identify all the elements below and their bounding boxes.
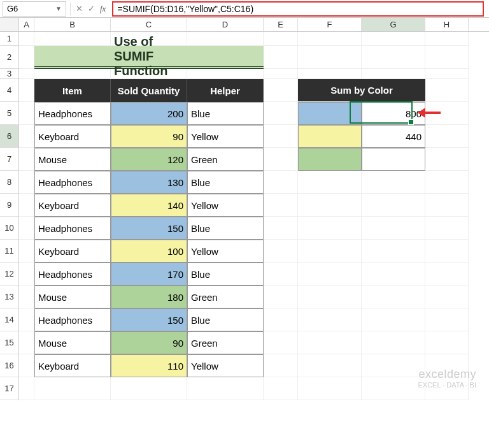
cell-A3[interactable] xyxy=(19,69,34,79)
cell-E17[interactable] xyxy=(264,377,298,400)
cell-H12[interactable] xyxy=(425,263,469,285)
cell-C13[interactable]: 180 xyxy=(111,285,187,308)
cell-F9[interactable] xyxy=(298,194,362,217)
cell-H17[interactable] xyxy=(425,377,469,400)
cell-A4[interactable] xyxy=(19,79,34,102)
cell-E4[interactable] xyxy=(264,79,298,102)
cell-A16[interactable] xyxy=(19,354,34,377)
cell-C17[interactable] xyxy=(111,377,187,400)
cell-D13[interactable]: Green xyxy=(187,285,264,308)
cell-B9[interactable]: Keyboard xyxy=(34,194,111,217)
row-header[interactable]: 14 xyxy=(0,308,19,331)
row-header[interactable]: 6 xyxy=(0,125,19,148)
cell-D12[interactable]: Blue xyxy=(187,263,264,285)
cell-G1[interactable] xyxy=(362,32,425,46)
cell-E11[interactable] xyxy=(264,240,298,263)
cell-E6[interactable] xyxy=(264,125,298,148)
cell-B11[interactable]: Keyboard xyxy=(34,240,111,263)
cell-D4[interactable]: Helper xyxy=(187,79,264,102)
cell-D17[interactable] xyxy=(187,377,264,400)
name-box[interactable]: G6 ▼ xyxy=(3,1,66,17)
cell-E12[interactable] xyxy=(264,263,298,285)
row-header[interactable]: 10 xyxy=(0,217,19,240)
col-header-e[interactable]: E xyxy=(264,18,298,31)
cell-D8[interactable]: Blue xyxy=(187,171,264,194)
cell-D9[interactable]: Yellow xyxy=(187,194,264,217)
cell-A13[interactable] xyxy=(19,285,34,308)
cell-A6[interactable] xyxy=(19,125,34,148)
row-header[interactable]: 3 xyxy=(0,69,19,79)
cell-A12[interactable] xyxy=(19,263,34,285)
cell-E7[interactable] xyxy=(264,148,298,171)
row-header[interactable]: 12 xyxy=(0,263,19,285)
cell-F14[interactable] xyxy=(298,308,362,331)
row-header[interactable]: 4 xyxy=(0,79,19,102)
cell-A10[interactable] xyxy=(19,217,34,240)
cell-C16[interactable]: 110 xyxy=(111,354,187,377)
cell-C15[interactable]: 90 xyxy=(111,331,187,354)
cell-A17[interactable] xyxy=(19,377,34,400)
cell-A15[interactable] xyxy=(19,331,34,354)
chevron-down-icon[interactable]: ▼ xyxy=(55,5,62,12)
cell-F6[interactable] xyxy=(298,125,362,148)
cell-B4[interactable]: Item xyxy=(34,79,111,102)
row-header[interactable]: 13 xyxy=(0,285,19,308)
cell-B10[interactable]: Headphones xyxy=(34,217,111,240)
cell-H3[interactable] xyxy=(425,69,469,79)
accept-icon[interactable]: ✓ xyxy=(88,4,95,13)
cell-G6[interactable]: 440 xyxy=(362,125,425,148)
row-header[interactable]: 15 xyxy=(0,331,19,354)
cell-A7[interactable] xyxy=(19,148,34,171)
cell-D10[interactable]: Blue xyxy=(187,217,264,240)
cancel-icon[interactable]: ✕ xyxy=(76,4,83,13)
cell-G16[interactable] xyxy=(362,354,425,377)
col-header-f[interactable]: F xyxy=(298,18,362,31)
cell-C8[interactable]: 130 xyxy=(111,171,187,194)
cell-G11[interactable] xyxy=(362,240,425,263)
cell-C11[interactable]: 100 xyxy=(111,240,187,263)
fx-icon[interactable]: fx xyxy=(100,4,106,14)
row-header[interactable]: 9 xyxy=(0,194,19,217)
cell-F16[interactable] xyxy=(298,354,362,377)
cell-F15[interactable] xyxy=(298,331,362,354)
cell-E15[interactable] xyxy=(264,331,298,354)
cell-B1[interactable] xyxy=(34,32,111,46)
cell-H15[interactable] xyxy=(425,331,469,354)
cell-F3[interactable] xyxy=(298,69,362,79)
cell-G17[interactable] xyxy=(362,377,425,400)
cell-C14[interactable]: 150 xyxy=(111,308,187,331)
row-header[interactable]: 1 xyxy=(0,32,19,46)
cell-B2[interactable] xyxy=(34,46,111,69)
cell-B16[interactable]: Keyboard xyxy=(34,354,111,377)
row-header[interactable]: 17 xyxy=(0,377,19,400)
cell-F8[interactable] xyxy=(298,171,362,194)
cell-B8[interactable]: Headphones xyxy=(34,171,111,194)
cell-H10[interactable] xyxy=(425,217,469,240)
cell-G12[interactable] xyxy=(362,263,425,285)
cell-D15[interactable]: Green xyxy=(187,331,264,354)
cell-D14[interactable]: Blue xyxy=(187,308,264,331)
cell-F12[interactable] xyxy=(298,263,362,285)
cell-H2[interactable] xyxy=(425,46,469,69)
cell-E1[interactable] xyxy=(264,32,298,46)
cell-A2[interactable] xyxy=(19,46,34,69)
cell-G5[interactable]: 800 xyxy=(362,102,425,125)
col-header-b[interactable]: B xyxy=(34,18,111,31)
cell-E14[interactable] xyxy=(264,308,298,331)
cell-D5[interactable]: Blue xyxy=(187,102,264,125)
cell-H13[interactable] xyxy=(425,285,469,308)
cell-B12[interactable]: Headphones xyxy=(34,263,111,285)
cell-A9[interactable] xyxy=(19,194,34,217)
cell-G3[interactable] xyxy=(362,69,425,79)
cell-C9[interactable]: 140 xyxy=(111,194,187,217)
cell-B13[interactable]: Mouse xyxy=(34,285,111,308)
cell-G7[interactable] xyxy=(362,148,425,171)
cell-E8[interactable] xyxy=(264,171,298,194)
cell-B15[interactable]: Mouse xyxy=(34,331,111,354)
cell-H8[interactable] xyxy=(425,171,469,194)
cell-E9[interactable] xyxy=(264,194,298,217)
cell-E13[interactable] xyxy=(264,285,298,308)
cell-F5[interactable] xyxy=(298,102,362,125)
cell-A14[interactable] xyxy=(19,308,34,331)
cell-E3[interactable] xyxy=(264,69,298,79)
